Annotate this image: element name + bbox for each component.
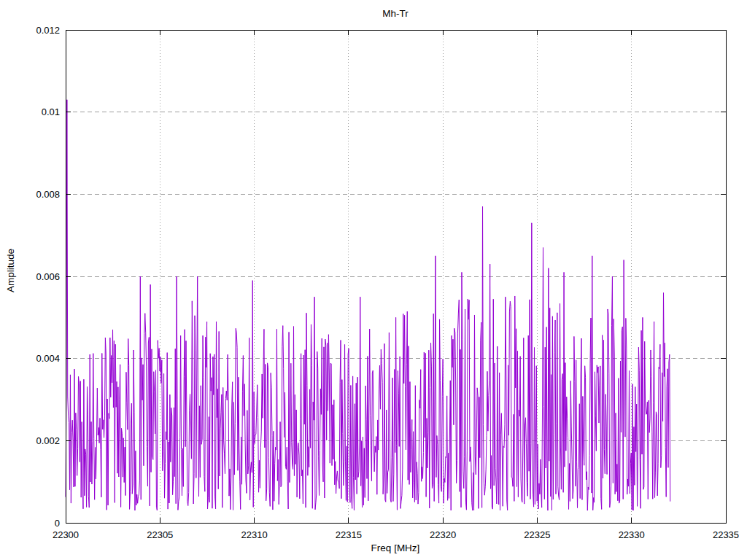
y-tick-label: 0.01: [42, 106, 60, 117]
y-tick-label: 0.012: [36, 25, 60, 36]
plot-area: 2230022305223102231522320223252233022335…: [0, 0, 747, 560]
y-tick-label: 0.004: [36, 353, 60, 364]
x-tick-label: 22325: [524, 529, 550, 540]
y-tick-label: 0.006: [36, 271, 60, 282]
x-axis-label: Freq [MHz]: [371, 542, 420, 553]
x-tick-label: 22300: [53, 529, 79, 540]
x-tick-label: 22310: [241, 529, 267, 540]
x-tick-label: 22305: [147, 529, 173, 540]
y-tick-label: 0.008: [36, 189, 60, 200]
x-tick-label: 22330: [619, 529, 645, 540]
spectrum-chart-figure: 2230022305223102231522320223252233022335…: [0, 0, 747, 560]
chart-title: Mh-Tr: [382, 8, 409, 19]
x-tick-label: 22335: [713, 529, 739, 540]
y-axis-label: Amplitude: [5, 249, 16, 292]
x-tick-label: 22320: [430, 529, 456, 540]
y-tick-label: 0: [55, 518, 60, 529]
x-tick-label: 22315: [336, 529, 362, 540]
y-tick-label: 0.002: [36, 435, 60, 446]
series-line: [66, 100, 670, 510]
